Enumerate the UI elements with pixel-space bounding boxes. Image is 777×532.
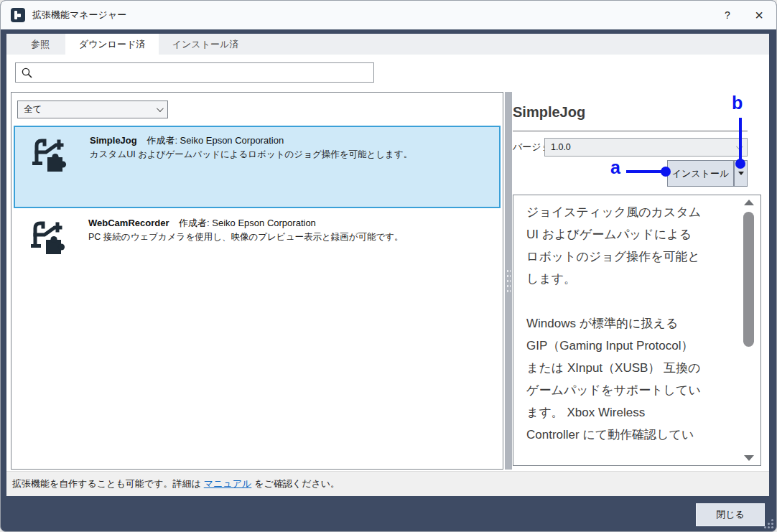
extension-author: 作成者: Seiko Epson Corporation xyxy=(179,218,316,228)
title-bar: 拡張機能マネージャー ? × xyxy=(1,1,776,29)
install-button[interactable]: インストール xyxy=(667,160,734,187)
extension-name: WebCamRecorder xyxy=(88,218,169,228)
tab-browse[interactable]: 参照 xyxy=(15,34,65,55)
tab-downloaded[interactable]: ダウンロード済 xyxy=(65,34,159,55)
app-icon xyxy=(11,8,25,22)
description-panel: ジョイスティック風のカスタム UI およびゲームパッドによる ロボットのジョグ操… xyxy=(513,195,761,466)
description-text: ジョイスティック風のカスタム UI およびゲームパッドによる ロボットのジョグ操… xyxy=(526,201,730,446)
caret-down-icon xyxy=(738,172,744,175)
list-item-simplejog[interactable]: SimpleJog 作成者: Seiko Epson Corporation カ… xyxy=(14,126,501,208)
splitter-grip-icon xyxy=(506,269,511,293)
extension-name: SimpleJog xyxy=(90,135,137,146)
manual-link[interactable]: マニュアル xyxy=(204,477,252,490)
scrollbar-thumb[interactable] xyxy=(743,212,754,347)
scrollbar[interactable] xyxy=(740,197,758,463)
extension-manager-dialog: 拡張機能マネージャー ? × 参照 ダウンロード済 インストール済 全て xyxy=(0,0,777,532)
status-text-after: をご確認ください。 xyxy=(254,477,340,490)
close-button[interactable]: 閉じる xyxy=(696,503,765,526)
window-title: 拡張機能マネージャー xyxy=(32,9,126,22)
detail-title: SimpleJog xyxy=(513,104,585,121)
version-value: 1.0.0 xyxy=(551,142,571,152)
robot-puzzle-icon xyxy=(29,218,66,256)
close-icon[interactable]: × xyxy=(743,1,775,29)
resize-grip-icon[interactable] xyxy=(763,518,773,528)
list-item-webcamrecorder[interactable]: WebCamRecorder 作成者: Seiko Epson Corporat… xyxy=(14,210,501,292)
content-area: 参照 ダウンロード済 インストール済 全て xyxy=(6,34,769,496)
version-dropdown[interactable]: 1.0.0 xyxy=(544,138,748,157)
status-strip: 拡張機能を自作することも可能です。詳細は マニュアル をご確認ください。 xyxy=(6,471,769,496)
extension-author: 作成者: Seiko Epson Corporation xyxy=(146,135,284,146)
search-input[interactable] xyxy=(33,64,373,81)
filter-dropdown[interactable]: 全て xyxy=(17,101,168,118)
annotation-dot-b xyxy=(735,159,745,169)
panel-splitter[interactable] xyxy=(505,92,512,470)
extension-description: カスタムUI およびゲームパッドによるロボットのジョグ操作を可能とします。 xyxy=(90,149,412,161)
annotation-dot-a xyxy=(661,167,671,177)
scroll-up-icon[interactable] xyxy=(744,200,754,205)
tab-strip: 参照 ダウンロード済 インストール済 xyxy=(6,34,769,55)
extension-title-line: SimpleJog 作成者: Seiko Epson Corporation xyxy=(90,134,284,147)
robot-puzzle-icon xyxy=(30,136,68,173)
annotation-label-b: b xyxy=(732,93,743,113)
extension-list-panel: 全て SimpleJog 作成者: xyxy=(11,92,503,470)
extension-description: PC 接続のウェブカメラを使用し、映像のプレビュー表示と録画が可能です。 xyxy=(88,231,404,243)
search-icon xyxy=(21,67,33,79)
tab-installed[interactable]: インストール済 xyxy=(159,34,252,55)
extension-title-line: WebCamRecorder 作成者: Seiko Epson Corporat… xyxy=(88,217,316,230)
status-text-before: 拡張機能を自作することも可能です。詳細は xyxy=(12,477,201,490)
annotation-line-a xyxy=(626,170,664,173)
help-button[interactable]: ? xyxy=(712,1,743,29)
filter-selected-value: 全て xyxy=(24,103,42,116)
scroll-down-icon[interactable] xyxy=(744,455,754,461)
divider xyxy=(513,131,748,131)
search-box xyxy=(15,62,374,83)
annotation-label-a: a xyxy=(610,157,620,178)
annotation-line-b xyxy=(739,118,742,161)
chevron-down-icon xyxy=(157,105,164,112)
